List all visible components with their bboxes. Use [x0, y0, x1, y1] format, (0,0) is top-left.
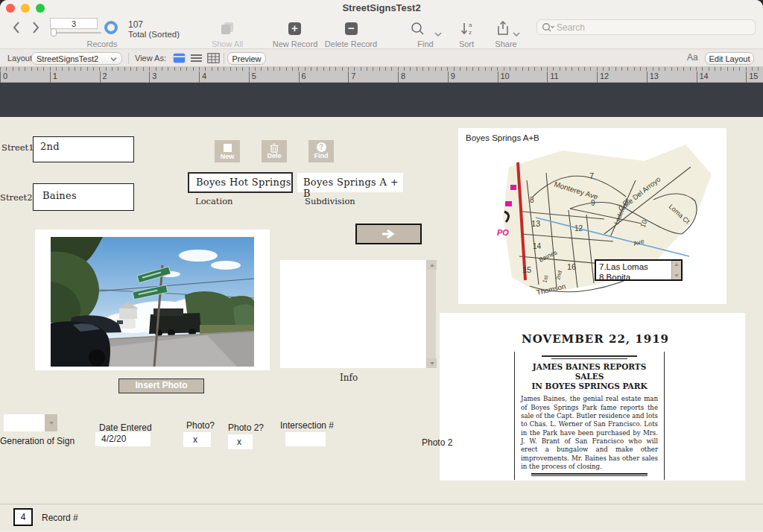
info-label: Info — [340, 373, 358, 383]
map-block-number: 16 — [567, 262, 576, 271]
new-square-icon — [224, 144, 232, 152]
filemaker-window: StreetSignsTest2 3 107 Total (Sorted) Re… — [0, 0, 763, 532]
form-view-icon[interactable] — [173, 53, 186, 66]
newspaper-headline-line1: JAMES BAINES REPORTS SALES — [521, 362, 658, 381]
ruler-number: 0 — [0, 72, 7, 83]
current-record-field[interactable]: 3 — [50, 18, 98, 29]
ruler-number: 11 — [547, 72, 558, 83]
location-field[interactable]: Boyes Hot Springs — [188, 172, 293, 193]
map-container[interactable]: Boyes Springs A+B — [458, 128, 726, 304]
find-icon[interactable] — [411, 22, 425, 39]
sort-status: Total (Sorted) — [128, 30, 180, 39]
new-button-label: New — [215, 153, 240, 160]
photo1-field[interactable]: x — [183, 432, 211, 447]
next-record-button[interactable] — [30, 20, 42, 35]
total-record-count: 107 — [128, 19, 143, 30]
street-option[interactable]: 7.Las Lomas — [599, 262, 671, 272]
right-arrow-icon — [381, 229, 397, 239]
info-field[interactable] — [280, 260, 436, 368]
scroll-down-icon[interactable] — [427, 358, 437, 368]
find-label: Find — [411, 39, 440, 48]
street1-label: Street1 — [1, 142, 34, 153]
newspaper-date: NOVEMBER 22, 1919 — [522, 332, 669, 346]
title-toolbar: StreetSignsTest2 3 107 Total (Sorted) Re… — [0, 0, 763, 49]
photo-container[interactable] — [35, 229, 270, 370]
find-script-button[interactable]: ? Find — [308, 140, 334, 162]
ruler-number: 7 — [348, 72, 355, 83]
ruler-number: 2 — [100, 72, 107, 83]
ruler-number: 1 — [50, 72, 57, 83]
delete-record-icon[interactable]: − — [345, 22, 358, 35]
intersection-field[interactable] — [285, 432, 326, 446]
divider — [128, 53, 129, 64]
stepper-down-icon[interactable] — [674, 274, 679, 277]
divider — [224, 53, 224, 64]
newspaper-article: JAMES BAINES REPORTS SALES IN BOYES SPRI… — [514, 352, 665, 480]
info-scrollbar[interactable] — [426, 260, 436, 368]
search-input[interactable] — [555, 22, 750, 34]
delete-button[interactable]: Dele — [262, 140, 287, 162]
date-entered-field[interactable]: 4/2/20 — [95, 432, 151, 446]
sort-icon[interactable]: a z — [460, 21, 475, 40]
record-slider-thumb[interactable] — [51, 28, 57, 37]
find-button-label: Find — [308, 152, 334, 159]
scroll-up-icon[interactable] — [427, 260, 437, 270]
table-view-icon[interactable] — [207, 53, 220, 66]
record-number-field[interactable]: 4 — [13, 508, 33, 526]
ruler-number: 6 — [299, 72, 306, 83]
chevron-down-icon — [49, 422, 54, 425]
list-view-icon[interactable] — [190, 53, 203, 66]
generation-label: Generation of Sign — [0, 436, 75, 446]
layout-selector[interactable]: StreetSignsTest2 — [31, 52, 122, 65]
street-list-dropdown[interactable]: 7.Las Lomas 8.Bonita — [595, 259, 683, 281]
map-block-number: 8 — [530, 196, 534, 204]
edit-layout-button[interactable]: Edit Layout — [705, 52, 754, 65]
ruler-number: 4 — [199, 72, 206, 83]
find-menu-chevron-icon[interactable] — [434, 27, 442, 40]
location-label: Location — [195, 196, 233, 206]
generation-field[interactable] — [4, 414, 45, 431]
street2-label: Street2 — [0, 192, 33, 203]
insert-photo-button[interactable]: Insert Photo — [118, 379, 204, 393]
street1-field[interactable]: 2nd — [33, 136, 134, 162]
new-record-icon[interactable]: + — [288, 22, 301, 35]
previous-record-button[interactable] — [10, 20, 22, 35]
ruler-number: 13 — [647, 72, 659, 83]
window-title: StreetSignsTest2 — [0, 2, 763, 13]
generation-dropdown-button[interactable] — [45, 414, 57, 431]
photo1-label: Photo? — [186, 420, 215, 431]
show-all-label: Show All — [204, 39, 250, 48]
ruler-number: 10 — [498, 72, 510, 83]
ruler-number: 5 — [249, 72, 256, 83]
search-icon — [542, 22, 555, 33]
ruler-number: 14 — [697, 72, 709, 83]
photo2-flag-field[interactable]: x — [228, 434, 253, 449]
ruler-number: 8 — [398, 72, 405, 83]
search-box[interactable] — [536, 19, 756, 35]
photo2-container[interactable]: NOVEMBER 22, 1919 JAMES BAINES REPORTS S… — [440, 313, 745, 481]
question-icon: ? — [317, 142, 326, 152]
next-arrow-button[interactable] — [355, 224, 422, 244]
date-entered-label: Date Entered — [99, 422, 152, 433]
preview-button[interactable]: Preview — [227, 52, 266, 65]
new-button[interactable]: New — [215, 140, 240, 162]
ruler-number: 9 — [448, 72, 455, 83]
record-slider-track[interactable] — [51, 32, 101, 34]
newspaper-headline-line2: IN BOYES SPRINGS PARK — [521, 381, 658, 391]
chevron-down-icon — [110, 54, 117, 63]
subdivision-field[interactable]: Boyes Springs A + B — [297, 173, 403, 192]
share-menu-chevron-icon[interactable] — [513, 27, 520, 40]
map-block-number: 13 — [531, 219, 540, 228]
street2-field[interactable]: Baines — [33, 183, 134, 211]
show-all-icon[interactable] — [219, 21, 235, 39]
ruler-number: 15 — [746, 72, 758, 83]
rule — [531, 473, 648, 476]
street-option[interactable]: 8.Bonita — [599, 272, 671, 279]
dropdown-stepper[interactable] — [671, 261, 681, 279]
formatting-bar-toggle[interactable]: Aa — [687, 52, 698, 63]
share-icon[interactable] — [496, 20, 510, 39]
share-label: Share — [490, 39, 522, 48]
stepper-up-icon[interactable] — [674, 263, 679, 266]
layout-selector-value: StreetSignsTest2 — [37, 54, 98, 63]
subdivision-label: Subdivision — [305, 196, 355, 206]
